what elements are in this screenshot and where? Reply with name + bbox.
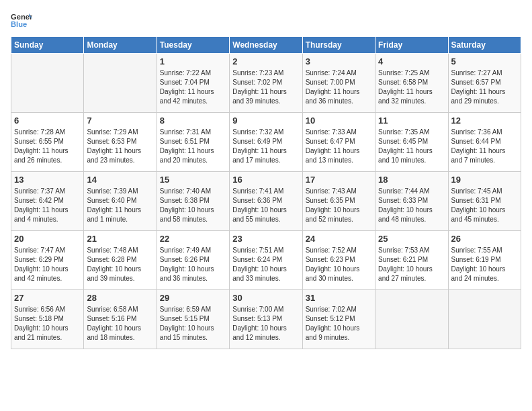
day-number: 9 — [232, 116, 299, 126]
calendar-day-cell: 30 Sunrise: 7:00 AM Sunset: 5:13 PM Dayl… — [230, 290, 302, 349]
calendar-day-cell: 6 Sunrise: 7:28 AM Sunset: 6:55 PM Dayli… — [11, 113, 84, 172]
weekday-header-cell: Friday — [375, 37, 448, 54]
day-detail: Sunrise: 7:00 AM Sunset: 5:13 PM Dayligh… — [232, 305, 299, 342]
calendar-day-cell: 10 Sunrise: 7:33 AM Sunset: 6:47 PM Dayl… — [302, 113, 375, 172]
calendar-day-cell: 16 Sunrise: 7:41 AM Sunset: 6:36 PM Dayl… — [230, 172, 302, 231]
weekday-header-cell: Tuesday — [157, 37, 229, 54]
calendar-day-cell: 2 Sunrise: 7:23 AM Sunset: 7:02 PM Dayli… — [230, 54, 302, 113]
calendar-day-cell: 11 Sunrise: 7:35 AM Sunset: 6:45 PM Dayl… — [375, 113, 448, 172]
calendar-day-cell: 26 Sunrise: 7:55 AM Sunset: 6:19 PM Dayl… — [448, 231, 521, 290]
svg-text:Blue: Blue — [11, 20, 27, 28]
calendar-day-cell: 19 Sunrise: 7:45 AM Sunset: 6:31 PM Dayl… — [448, 172, 521, 231]
day-number: 12 — [451, 116, 518, 126]
calendar-day-cell: 7 Sunrise: 7:29 AM Sunset: 6:53 PM Dayli… — [84, 113, 157, 172]
calendar-day-cell — [448, 290, 521, 349]
logo: General Blue — [11, 11, 32, 30]
day-detail: Sunrise: 7:27 AM Sunset: 6:57 PM Dayligh… — [451, 68, 518, 106]
calendar-day-cell: 17 Sunrise: 7:43 AM Sunset: 6:35 PM Dayl… — [302, 172, 375, 231]
calendar-day-cell: 31 Sunrise: 7:02 AM Sunset: 5:12 PM Dayl… — [302, 290, 375, 349]
calendar-day-cell — [11, 54, 84, 113]
day-detail: Sunrise: 7:44 AM Sunset: 6:33 PM Dayligh… — [378, 187, 445, 224]
day-detail: Sunrise: 6:58 AM Sunset: 5:16 PM Dayligh… — [87, 305, 153, 342]
day-number: 23 — [232, 234, 299, 244]
weekday-header-cell: Monday — [84, 37, 157, 54]
calendar-day-cell: 4 Sunrise: 7:25 AM Sunset: 6:58 PM Dayli… — [375, 54, 448, 113]
day-detail: Sunrise: 7:39 AM Sunset: 6:40 PM Dayligh… — [87, 187, 153, 224]
calendar-table: SundayMondayTuesdayWednesdayThursdayFrid… — [11, 36, 521, 349]
page-header: General Blue — [11, 11, 521, 30]
calendar-day-cell: 23 Sunrise: 7:51 AM Sunset: 6:24 PM Dayl… — [230, 231, 302, 290]
calendar-day-cell: 27 Sunrise: 6:56 AM Sunset: 5:18 PM Dayl… — [11, 290, 84, 349]
day-number: 7 — [87, 116, 153, 126]
day-detail: Sunrise: 7:29 AM Sunset: 6:53 PM Dayligh… — [87, 128, 153, 165]
day-detail: Sunrise: 6:56 AM Sunset: 5:18 PM Dayligh… — [14, 305, 81, 342]
day-number: 8 — [160, 116, 226, 126]
calendar-day-cell: 20 Sunrise: 7:47 AM Sunset: 6:29 PM Dayl… — [11, 231, 84, 290]
day-number: 15 — [160, 175, 226, 185]
calendar-week-row: 27 Sunrise: 6:56 AM Sunset: 5:18 PM Dayl… — [11, 290, 521, 349]
day-detail: Sunrise: 7:47 AM Sunset: 6:29 PM Dayligh… — [14, 246, 81, 283]
day-number: 18 — [378, 175, 445, 185]
calendar-day-cell: 29 Sunrise: 6:59 AM Sunset: 5:15 PM Dayl… — [157, 290, 229, 349]
calendar-day-cell: 12 Sunrise: 7:36 AM Sunset: 6:44 PM Dayl… — [448, 113, 521, 172]
calendar-day-cell: 9 Sunrise: 7:32 AM Sunset: 6:49 PM Dayli… — [230, 113, 302, 172]
day-number: 17 — [306, 175, 372, 185]
day-number: 19 — [451, 175, 518, 185]
day-detail: Sunrise: 7:31 AM Sunset: 6:51 PM Dayligh… — [160, 128, 226, 165]
day-number: 28 — [87, 293, 153, 303]
day-number: 11 — [378, 116, 445, 126]
day-detail: Sunrise: 7:33 AM Sunset: 6:47 PM Dayligh… — [306, 128, 372, 165]
day-detail: Sunrise: 7:55 AM Sunset: 6:19 PM Dayligh… — [451, 246, 518, 283]
calendar-week-row: 20 Sunrise: 7:47 AM Sunset: 6:29 PM Dayl… — [11, 231, 521, 290]
day-detail: Sunrise: 7:51 AM Sunset: 6:24 PM Dayligh… — [232, 246, 299, 283]
logo-icon: General Blue — [11, 11, 32, 30]
calendar-day-cell — [375, 290, 448, 349]
day-number: 2 — [232, 56, 299, 66]
day-detail: Sunrise: 7:52 AM Sunset: 6:23 PM Dayligh… — [306, 246, 372, 283]
day-detail: Sunrise: 7:48 AM Sunset: 6:28 PM Dayligh… — [87, 246, 153, 283]
day-number: 16 — [232, 175, 299, 185]
calendar-week-row: 1 Sunrise: 7:22 AM Sunset: 7:04 PM Dayli… — [11, 54, 521, 113]
calendar-day-cell: 28 Sunrise: 6:58 AM Sunset: 5:16 PM Dayl… — [84, 290, 157, 349]
day-detail: Sunrise: 6:59 AM Sunset: 5:15 PM Dayligh… — [160, 305, 226, 342]
day-number: 10 — [306, 116, 372, 126]
day-detail: Sunrise: 7:40 AM Sunset: 6:38 PM Dayligh… — [160, 187, 226, 224]
day-detail: Sunrise: 7:36 AM Sunset: 6:44 PM Dayligh… — [451, 128, 518, 165]
weekday-header-cell: Sunday — [11, 37, 84, 54]
calendar-day-cell: 13 Sunrise: 7:37 AM Sunset: 6:42 PM Dayl… — [11, 172, 84, 231]
calendar-week-row: 13 Sunrise: 7:37 AM Sunset: 6:42 PM Dayl… — [11, 172, 521, 231]
calendar-day-cell: 15 Sunrise: 7:40 AM Sunset: 6:38 PM Dayl… — [157, 172, 229, 231]
calendar-day-cell: 21 Sunrise: 7:48 AM Sunset: 6:28 PM Dayl… — [84, 231, 157, 290]
calendar-day-cell: 8 Sunrise: 7:31 AM Sunset: 6:51 PM Dayli… — [157, 113, 229, 172]
day-number: 26 — [451, 234, 518, 244]
day-number: 13 — [14, 175, 81, 185]
day-detail: Sunrise: 7:22 AM Sunset: 7:04 PM Dayligh… — [160, 68, 226, 106]
calendar-day-cell: 14 Sunrise: 7:39 AM Sunset: 6:40 PM Dayl… — [84, 172, 157, 231]
day-detail: Sunrise: 7:53 AM Sunset: 6:21 PM Dayligh… — [378, 246, 445, 283]
day-number: 5 — [451, 56, 518, 66]
day-detail: Sunrise: 7:45 AM Sunset: 6:31 PM Dayligh… — [451, 187, 518, 224]
calendar-day-cell: 24 Sunrise: 7:52 AM Sunset: 6:23 PM Dayl… — [302, 231, 375, 290]
calendar-day-cell: 25 Sunrise: 7:53 AM Sunset: 6:21 PM Dayl… — [375, 231, 448, 290]
weekday-header-cell: Wednesday — [230, 37, 302, 54]
calendar-week-row: 6 Sunrise: 7:28 AM Sunset: 6:55 PM Dayli… — [11, 113, 521, 172]
day-number: 4 — [378, 56, 445, 66]
day-detail: Sunrise: 7:32 AM Sunset: 6:49 PM Dayligh… — [232, 128, 299, 165]
day-number: 21 — [87, 234, 153, 244]
day-number: 3 — [306, 56, 372, 66]
calendar-day-cell: 1 Sunrise: 7:22 AM Sunset: 7:04 PM Dayli… — [157, 54, 229, 113]
day-detail: Sunrise: 7:02 AM Sunset: 5:12 PM Dayligh… — [306, 305, 372, 342]
day-number: 20 — [14, 234, 81, 244]
weekday-header-row: SundayMondayTuesdayWednesdayThursdayFrid… — [11, 37, 521, 54]
day-number: 1 — [160, 56, 226, 66]
day-detail: Sunrise: 7:25 AM Sunset: 6:58 PM Dayligh… — [378, 68, 445, 106]
calendar-day-cell: 22 Sunrise: 7:49 AM Sunset: 6:26 PM Dayl… — [157, 231, 229, 290]
calendar-day-cell: 5 Sunrise: 7:27 AM Sunset: 6:57 PM Dayli… — [448, 54, 521, 113]
day-number: 6 — [14, 116, 81, 126]
day-number: 25 — [378, 234, 445, 244]
day-number: 31 — [306, 293, 372, 303]
calendar-body: 1 Sunrise: 7:22 AM Sunset: 7:04 PM Dayli… — [11, 54, 521, 349]
day-number: 30 — [232, 293, 299, 303]
day-number: 22 — [160, 234, 226, 244]
day-detail: Sunrise: 7:24 AM Sunset: 7:00 PM Dayligh… — [306, 68, 372, 106]
